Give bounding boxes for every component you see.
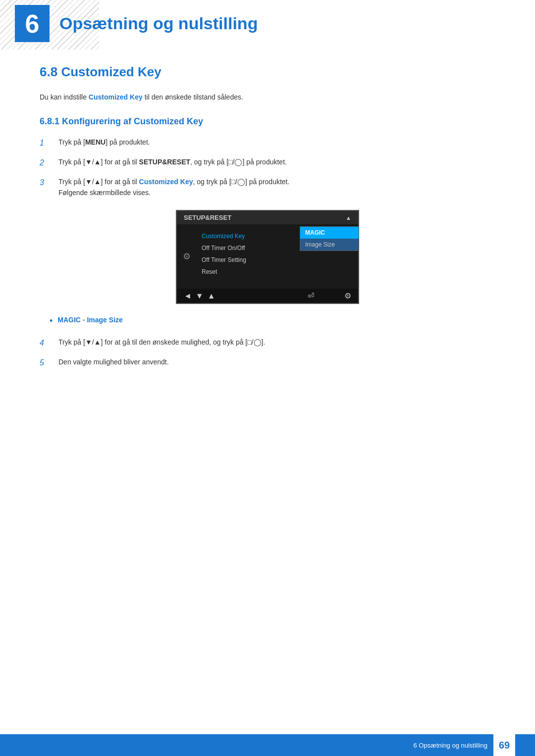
step-4-number: 4 bbox=[40, 337, 54, 350]
step-5: 5 Den valgte mulighed bliver anvendt. bbox=[40, 356, 495, 369]
main-content: 6.8 Customized Key Du kan indstille Cust… bbox=[0, 64, 535, 369]
menu-item-off-timer-setting[interactable]: Off Timer Setting bbox=[197, 254, 358, 266]
steps-list: 1 Tryk på [MENU] på produktet. 2 Tryk på… bbox=[40, 137, 495, 198]
step-2-number: 2 bbox=[40, 156, 54, 169]
menu-body: ⚙ Customized Key › Off Timer On/Off Off … bbox=[177, 224, 358, 289]
footer-icon-left: ◄ bbox=[184, 292, 192, 301]
menu-settings-icon: ⚙ bbox=[177, 228, 197, 285]
bullet-image-size: Image Size bbox=[87, 316, 122, 324]
menu-header: SETUP&RESET ▲ bbox=[177, 211, 358, 224]
intro-keyword: Customized Key bbox=[89, 93, 143, 101]
step-2-text: Tryk på [▼/▲] for at gå til SETUP&RESET,… bbox=[58, 156, 287, 167]
intro-paragraph: Du kan indstille Customized Key til den … bbox=[40, 92, 495, 102]
page-header: 6 Opsætning og nulstilling bbox=[0, 0, 535, 50]
menu-item-reset[interactable]: Reset bbox=[197, 266, 358, 278]
footer-icon-enter: ⏎ bbox=[308, 291, 314, 301]
step-1-text: Tryk på [MENU] på produktet. bbox=[58, 137, 150, 148]
menu-footer: ◄ ▼ ▲ ⏎ ⚙ bbox=[177, 289, 358, 303]
intro-text-before: Du kan indstille bbox=[40, 93, 89, 101]
step-3: 3 Tryk på [▼/▲] for at gå til Customized… bbox=[40, 176, 495, 199]
section-title: 6.8 Customized Key bbox=[40, 64, 495, 80]
footer-chapter-text: 6 Opsætning og nulstilling bbox=[413, 742, 487, 749]
submenu: MAGIC Image Size bbox=[300, 226, 359, 251]
footer-icon-up: ▲ bbox=[208, 292, 215, 301]
bullet-item-magic: • MAGIC - Image Size bbox=[50, 316, 495, 327]
step-2: 2 Tryk på [▼/▲] for at gå til SETUP&RESE… bbox=[40, 156, 495, 169]
section-heading: Customized Key bbox=[61, 64, 161, 79]
bullet-separator: - bbox=[81, 316, 87, 324]
screenshot-container: SETUP&RESET ▲ ⚙ Customized Key › Off Tim… bbox=[40, 210, 495, 304]
step-1-number: 1 bbox=[40, 137, 54, 150]
chapter-number-box: 6 bbox=[15, 5, 50, 42]
bullet-text: MAGIC - Image Size bbox=[57, 316, 123, 324]
step-3-text: Tryk på [▼/▲] for at gå til Customized K… bbox=[58, 176, 289, 199]
page-footer: 6 Opsætning og nulstilling 69 bbox=[0, 734, 535, 756]
step-5-text: Den valgte mulighed bliver anvendt. bbox=[58, 356, 169, 367]
footer-page-number: 69 bbox=[493, 734, 515, 756]
step-5-number: 5 bbox=[40, 356, 54, 369]
submenu-item-image-size[interactable]: Image Size bbox=[300, 239, 359, 251]
chapter-number: 6 bbox=[25, 9, 40, 39]
section-number: 6.8 bbox=[40, 64, 57, 79]
footer-icon-settings: ⚙ bbox=[344, 291, 351, 301]
step-4-text: Tryk på [▼/▲] for at gå til den ønskede … bbox=[58, 337, 265, 348]
step-3-subtext: Følgende skærmbillede vises. bbox=[58, 189, 151, 197]
step-4: 4 Tryk på [▼/▲] for at gå til den ønsked… bbox=[40, 337, 495, 350]
monitor-menu: SETUP&RESET ▲ ⚙ Customized Key › Off Tim… bbox=[176, 210, 359, 304]
footer-icon-down: ▼ bbox=[196, 292, 204, 301]
step-1: 1 Tryk på [MENU] på produktet. bbox=[40, 137, 495, 150]
menu-title-text: SETUP&RESET bbox=[184, 214, 231, 221]
bullet-magic: MAGIC bbox=[57, 316, 81, 324]
subsection-title: 6.8.1 Konfigurering af Customized Key bbox=[40, 116, 495, 127]
submenu-item-magic[interactable]: MAGIC bbox=[300, 227, 359, 239]
subsection-heading: Konfigurering af Customized Key bbox=[62, 116, 203, 126]
bullet-list: • MAGIC - Image Size bbox=[50, 316, 495, 327]
menu-up-arrow-icon: ▲ bbox=[346, 215, 351, 221]
intro-text-after: til den ønskede tilstand således. bbox=[143, 93, 243, 101]
bullet-dot-icon: • bbox=[50, 316, 53, 327]
step-3-number: 3 bbox=[40, 176, 54, 189]
subsection-number: 6.8.1 bbox=[40, 116, 59, 126]
chapter-title: Opsætning og nulstilling bbox=[59, 14, 258, 33]
steps-4-5-list: 4 Tryk på [▼/▲] for at gå til den ønsked… bbox=[40, 337, 495, 369]
